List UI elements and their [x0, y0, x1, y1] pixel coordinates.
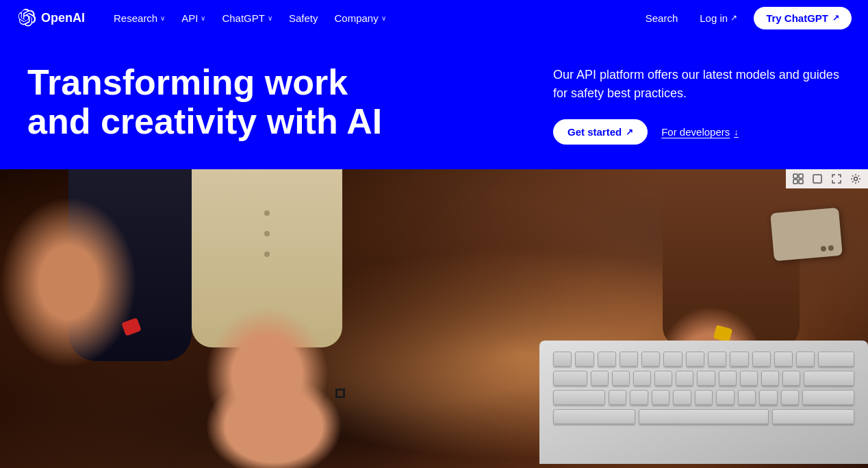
hero-buttons: Get started ↗ For developers ↓ [553, 119, 841, 145]
key [652, 390, 670, 405]
logo[interactable]: OpenAI [16, 8, 85, 27]
nav-company[interactable]: Company ∨ [327, 8, 392, 28]
spacebar-left [553, 409, 635, 424]
nav-chatgpt[interactable]: ChatGPT ∨ [215, 8, 279, 28]
camera-dot-1 [821, 246, 827, 252]
svg-rect-1 [799, 174, 803, 178]
key [654, 371, 672, 386]
key-wider [553, 390, 605, 405]
login-button[interactable]: Log in ↗ [694, 10, 743, 27]
keyboard-row-3 [553, 390, 854, 405]
key [730, 352, 748, 367]
nav-safety[interactable]: Safety [282, 8, 325, 28]
company-chevron-icon: ∨ [381, 14, 386, 22]
phone-camera-cluster [821, 245, 834, 252]
keyboard-rows [539, 341, 868, 435]
key [686, 352, 704, 367]
hero-image [0, 169, 868, 468]
key [716, 390, 735, 405]
hero-description: Our API platform offers our latest model… [553, 66, 841, 103]
key [575, 352, 593, 367]
phone-device [770, 208, 843, 261]
hero-title: Transforming work and creativity with AI [27, 63, 383, 141]
key [796, 352, 815, 367]
nav-right: Search Log in ↗ Try ChatGPT ↗ [640, 7, 852, 29]
expand-icon[interactable] [830, 172, 843, 186]
key [740, 371, 758, 386]
key [630, 390, 648, 405]
key [612, 371, 630, 386]
svg-rect-4 [813, 175, 821, 183]
svg-rect-2 [793, 180, 797, 184]
brand-name: OpenAI [41, 11, 85, 25]
key [781, 390, 800, 405]
nav-api[interactable]: API ∨ [175, 8, 212, 28]
square-icon[interactable] [810, 172, 824, 186]
key-wide [818, 352, 854, 367]
keyboard-row-2 [553, 371, 854, 386]
key [673, 390, 691, 405]
chatgpt-chevron-icon: ∨ [268, 14, 272, 22]
key [697, 371, 715, 386]
key [695, 390, 713, 405]
api-chevron-icon: ∨ [201, 14, 205, 22]
spacebar-right [772, 409, 854, 424]
keyboard-row-1 [553, 352, 854, 367]
key [719, 371, 737, 386]
key [676, 371, 693, 386]
key [663, 352, 682, 367]
shirt-button-3 [264, 251, 270, 257]
ring [335, 389, 345, 398]
key [708, 352, 726, 367]
shirt-button-1 [264, 210, 270, 216]
hand-left [0, 197, 137, 368]
key [620, 352, 638, 367]
hero-right: Our API platform offers our latest model… [553, 63, 841, 145]
hero-section: Transforming work and creativity with AI… [0, 36, 868, 169]
for-developers-button[interactable]: For developers ↓ [661, 126, 739, 138]
key [598, 352, 616, 367]
image-toolbar [786, 169, 868, 188]
search-button[interactable]: Search [640, 10, 684, 27]
key [774, 352, 793, 367]
try-chatgpt-button[interactable]: Try ChatGPT ↗ [754, 7, 852, 29]
svg-rect-0 [793, 174, 797, 178]
svg-rect-3 [799, 180, 803, 184]
key [609, 390, 627, 405]
nav-research[interactable]: Research ∨ [107, 8, 172, 28]
laptop-keyboard [539, 341, 868, 464]
key [782, 371, 800, 386]
key-wider [802, 390, 854, 405]
key [591, 371, 609, 386]
get-started-button[interactable]: Get started ↗ [553, 119, 648, 145]
key [633, 371, 651, 386]
key [738, 390, 756, 405]
key-wide [553, 371, 587, 386]
camera-dot-2 [828, 245, 834, 251]
key [761, 371, 779, 386]
navbar: OpenAI Research ∨ API ∨ ChatGPT ∨ Safety… [0, 0, 868, 36]
hero-left: Transforming work and creativity with AI [27, 63, 526, 141]
openai-logo-icon [16, 8, 36, 27]
key-wider [804, 371, 854, 386]
spacebar [639, 409, 769, 424]
key [759, 390, 778, 405]
key [752, 352, 771, 367]
key [553, 352, 572, 367]
nav-links: Research ∨ API ∨ ChatGPT ∨ Safety Compan… [107, 8, 640, 28]
settings-icon[interactable] [849, 172, 863, 186]
grid-icon[interactable] [791, 172, 805, 186]
keyboard-row-4 [553, 409, 854, 424]
svg-point-5 [854, 177, 858, 181]
hand-bottom [205, 375, 342, 468]
key [641, 352, 660, 367]
research-chevron-icon: ∨ [160, 14, 165, 22]
hero-image-area [0, 169, 868, 468]
shirt-button-2 [264, 231, 270, 236]
